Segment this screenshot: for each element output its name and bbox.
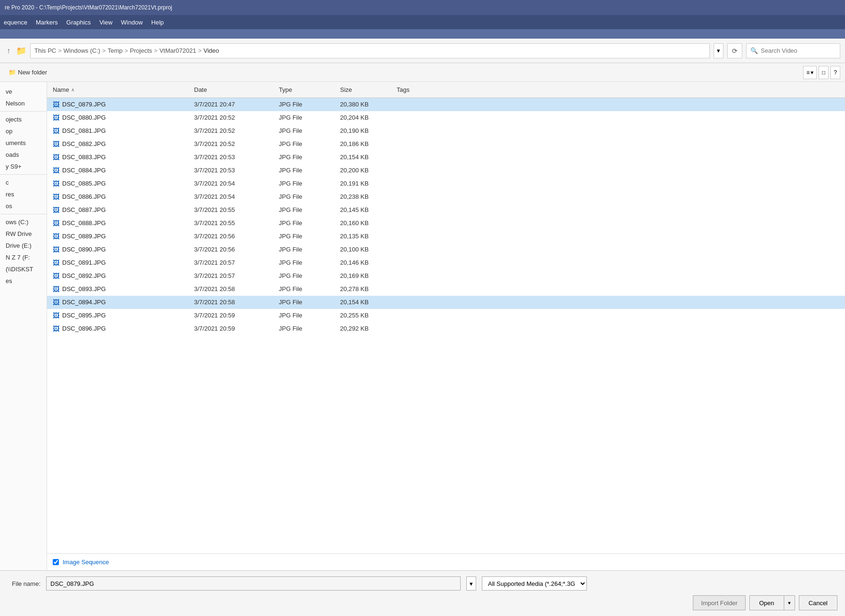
refresh-button[interactable]: ⟳ [727, 43, 742, 58]
sidebar-item-ve[interactable]: ve [0, 86, 47, 97]
table-row[interactable]: 🖼 DSC_0883.JPG 3/7/2021 20:53 JPG File 2… [47, 151, 845, 164]
table-row[interactable]: 🖼 DSC_0882.JPG 3/7/2021 20:52 JPG File 2… [47, 138, 845, 151]
sidebar-divider-3 [0, 214, 47, 214]
image-sequence-label[interactable]: Image Sequence [63, 559, 109, 566]
toolbar-row: 📁 New folder ≡ ▾ □ ? [0, 63, 845, 82]
file-name: DSC_0888.JPG [62, 219, 106, 227]
table-row[interactable]: 🖼 DSC_0889.JPG 3/7/2021 20:56 JPG File 2… [47, 230, 845, 243]
new-folder-button[interactable]: 📁 New folder [5, 67, 51, 78]
search-input[interactable] [761, 47, 836, 54]
view-controls: ≡ ▾ □ ? [803, 66, 840, 79]
preview-pane-button[interactable]: □ [819, 66, 829, 79]
table-row[interactable]: 🖼 DSC_0894.JPG 3/7/2021 20:58 JPG File 2… [47, 296, 845, 309]
col-header-type[interactable]: Type [277, 86, 338, 93]
table-row[interactable]: 🖼 DSC_0887.JPG 3/7/2021 20:55 JPG File 2… [47, 203, 845, 217]
file-type: JPG File [277, 180, 338, 187]
file-name-cell: 🖼 DSC_0883.JPG [51, 154, 192, 161]
file-icon: 🖼 [53, 206, 59, 214]
sidebar-item-windowsc[interactable]: ows (C:) [0, 216, 47, 228]
file-size: 20,204 KB [338, 114, 395, 121]
table-row[interactable]: 🖼 DSC_0879.JPG 3/7/2021 20:47 JPG File 2… [47, 98, 845, 111]
table-row[interactable]: 🖼 DSC_0888.JPG 3/7/2021 20:55 JPG File 2… [47, 217, 845, 230]
file-name-cell: 🖼 DSC_0894.JPG [51, 299, 192, 306]
sidebar-item-res[interactable]: res [0, 188, 47, 200]
col-header-tags[interactable]: Tags [395, 86, 841, 93]
menu-help[interactable]: Help [151, 19, 164, 26]
sidebar-item-rw-drive[interactable]: RW Drive [0, 228, 47, 240]
filetype-select[interactable]: All Supported Media (*.264;*.3G [482, 576, 587, 591]
breadcrumb-vtmar[interactable]: VtMar072021 [159, 47, 196, 54]
menu-graphics[interactable]: Graphics [66, 19, 91, 26]
breadcrumb-thispc[interactable]: This PC [34, 47, 56, 54]
filename-input-wrapper[interactable] [46, 576, 461, 591]
menu-sequence[interactable]: equence [4, 19, 27, 26]
table-row[interactable]: 🖼 DSC_0895.JPG 3/7/2021 20:59 JPG File 2… [47, 309, 845, 322]
table-row[interactable]: 🖼 DSC_0891.JPG 3/7/2021 20:57 JPG File 2… [47, 256, 845, 269]
sidebar-item-nelson[interactable]: Nelson [0, 97, 47, 109]
table-row[interactable]: 🖼 DSC_0884.JPG 3/7/2021 20:53 JPG File 2… [47, 164, 845, 177]
filename-dropdown-button[interactable]: ▾ [466, 576, 476, 591]
open-dialog: ↑ 📁 This PC > Windows (C:) > Temp > Proj… [0, 39, 845, 616]
breadcrumb-temp[interactable]: Temp [107, 47, 122, 54]
table-row[interactable]: 🖼 DSC_0893.JPG 3/7/2021 20:58 JPG File 2… [47, 283, 845, 296]
address-path[interactable]: This PC > Windows (C:) > Temp > Projects… [30, 43, 710, 58]
table-row[interactable]: 🖼 DSC_0880.JPG 3/7/2021 20:52 JPG File 2… [47, 111, 845, 124]
menu-view[interactable]: View [99, 19, 113, 26]
import-folder-button[interactable]: Import Folder [693, 595, 745, 610]
col-header-size[interactable]: Size [338, 86, 395, 93]
file-name-cell: 🖼 DSC_0889.JPG [51, 233, 192, 240]
address-dropdown[interactable]: ▾ [714, 43, 723, 58]
file-date: 3/7/2021 20:58 [192, 285, 277, 292]
image-sequence-checkbox[interactable] [53, 559, 59, 565]
file-name-cell: 🖼 DSC_0882.JPG [51, 140, 192, 148]
sidebar-item-diskst[interactable]: (\\DISKST [0, 263, 47, 275]
table-row[interactable]: 🖼 DSC_0885.JPG 3/7/2021 20:54 JPG File 2… [47, 177, 845, 190]
breadcrumb-projects[interactable]: Projects [130, 47, 152, 54]
file-date: 3/7/2021 20:52 [192, 127, 277, 134]
table-row[interactable]: 🖼 DSC_0886.JPG 3/7/2021 20:54 JPG File 2… [47, 190, 845, 203]
file-name: DSC_0894.JPG [62, 299, 106, 306]
file-date: 3/7/2021 20:56 [192, 233, 277, 240]
back-button[interactable]: ↑ [5, 45, 12, 57]
search-box[interactable]: 🔍 [746, 43, 840, 58]
menu-markers[interactable]: Markers [36, 19, 58, 26]
menu-bar: equence Markers Graphics View Window Hel… [0, 15, 845, 29]
sidebar-item-op[interactable]: op [0, 125, 47, 137]
sidebar-item-c[interactable]: c [0, 177, 47, 188]
sidebar-item-os[interactable]: os [0, 200, 47, 212]
open-dropdown-button[interactable]: ▾ [784, 596, 795, 610]
file-icon: 🖼 [53, 259, 59, 267]
breadcrumb-video[interactable]: Video [203, 47, 219, 54]
sidebar-item-drive-e[interactable]: Drive (E:) [0, 240, 47, 251]
list-view-button[interactable]: ≡ ▾ [803, 66, 817, 79]
table-row[interactable]: 🖼 DSC_0896.JPG 3/7/2021 20:59 JPG File 2… [47, 322, 845, 335]
file-type: JPG File [277, 154, 338, 161]
breadcrumb-windows[interactable]: Windows (C:) [64, 47, 100, 54]
file-size: 20,169 KB [338, 272, 395, 279]
open-button[interactable]: Open [750, 596, 784, 610]
table-row[interactable]: 🖼 DSC_0892.JPG 3/7/2021 20:57 JPG File 2… [47, 269, 845, 283]
file-type: JPG File [277, 272, 338, 279]
sidebar-item-uments[interactable]: uments [0, 137, 47, 149]
table-row[interactable]: 🖼 DSC_0890.JPG 3/7/2021 20:56 JPG File 2… [47, 243, 845, 256]
sidebar-item-ojects[interactable]: ojects [0, 113, 47, 125]
col-header-date[interactable]: Date [192, 86, 277, 93]
sidebar-item-nz7[interactable]: N Z 7 (F: [0, 251, 47, 263]
filename-input[interactable] [50, 580, 456, 587]
sidebar-item-es[interactable]: es [0, 275, 47, 287]
file-list-container: Name ∧ Date Type Size Tags [47, 82, 845, 570]
sidebar-item-oads[interactable]: oads [0, 149, 47, 161]
col-header-name[interactable]: Name ∧ [51, 86, 192, 93]
help-button[interactable]: ? [830, 66, 840, 79]
file-date: 3/7/2021 20:58 [192, 299, 277, 306]
image-sequence-row: Image Sequence [47, 553, 845, 570]
file-type: JPG File [277, 127, 338, 134]
table-row[interactable]: 🖼 DSC_0881.JPG 3/7/2021 20:52 JPG File 2… [47, 124, 845, 138]
file-icon: 🖼 [53, 127, 59, 135]
file-size: 20,135 KB [338, 233, 395, 240]
file-type: JPG File [277, 219, 338, 227]
sidebar-item-s9plus[interactable]: y S9+ [0, 161, 47, 172]
menu-window[interactable]: Window [121, 19, 143, 26]
cancel-button[interactable]: Cancel [799, 595, 837, 610]
breadcrumb-arrow-2: > [102, 47, 106, 54]
